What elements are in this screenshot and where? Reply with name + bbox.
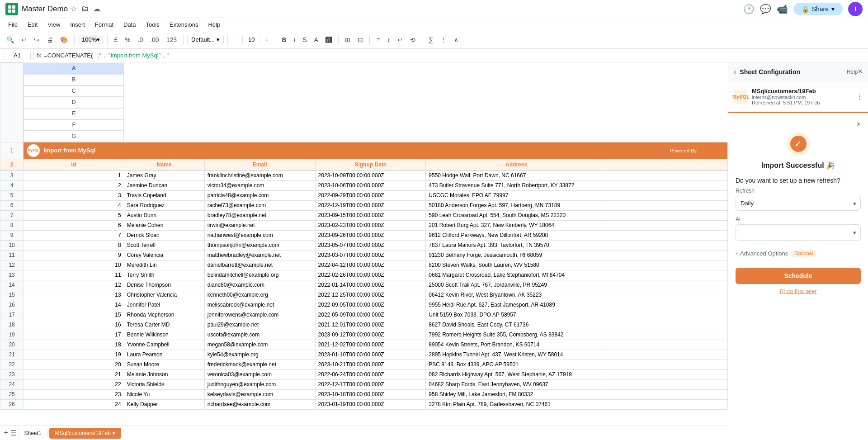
redo-button[interactable]: ↪ bbox=[31, 34, 42, 45]
corner-cell bbox=[0, 63, 24, 142]
row-num-6[interactable]: 6 bbox=[0, 200, 24, 210]
bold-button[interactable]: B bbox=[279, 34, 289, 45]
advanced-options-row[interactable]: › Advanced Options Optional bbox=[736, 248, 861, 259]
row-num-17[interactable]: 17 bbox=[0, 310, 24, 320]
paintformat-button[interactable]: 🎨 bbox=[57, 34, 71, 45]
row-num-18[interactable]: 18 bbox=[0, 320, 24, 330]
at-time-select[interactable] bbox=[736, 224, 861, 241]
row-num-13[interactable]: 13 bbox=[0, 270, 24, 280]
cell-address: Unit 5159 Box 7033, DPO AP 58957 bbox=[426, 310, 607, 320]
add-sheet-button[interactable]: + bbox=[4, 428, 9, 438]
row-num-25[interactable]: 25 bbox=[0, 389, 24, 399]
sheet1-tab[interactable]: Sheet1 bbox=[19, 428, 47, 439]
row-num-22[interactable]: 22 bbox=[0, 360, 24, 369]
panel-close-button[interactable]: × bbox=[858, 67, 863, 76]
text-color-button[interactable]: A bbox=[311, 34, 321, 45]
config-info: MSql/customers/19Feb interns@nowstackit.… bbox=[752, 88, 853, 105]
panel-back-button[interactable]: ‹ bbox=[734, 68, 736, 76]
cell-email: victor34@example.com bbox=[204, 180, 315, 190]
row-num-26[interactable]: 26 bbox=[0, 399, 24, 409]
sheet2-tab[interactable]: MSql/customers/19Feb ▾ bbox=[49, 428, 121, 439]
row-num-10[interactable]: 10 bbox=[0, 240, 24, 250]
more-button[interactable]: ⋮ bbox=[438, 34, 449, 45]
col-header-a[interactable]: A bbox=[24, 63, 124, 74]
schedule-button[interactable]: Schedule bbox=[736, 268, 861, 284]
wrap-button[interactable]: ↵ bbox=[395, 34, 406, 45]
row-num-23[interactable]: 23 bbox=[0, 369, 24, 379]
format-number-button[interactable]: 123 bbox=[164, 34, 179, 45]
row-num-2[interactable]: 2 bbox=[0, 159, 24, 170]
fill-color-button[interactable]: 🅰 bbox=[323, 34, 335, 45]
row-num-4[interactable]: 4 bbox=[0, 180, 24, 190]
row-num-24[interactable]: 24 bbox=[0, 379, 24, 389]
history-icon[interactable]: 🕐 bbox=[743, 4, 755, 14]
collapse-button[interactable]: ∧ bbox=[451, 34, 461, 45]
row-num-12[interactable]: 12 bbox=[0, 260, 24, 270]
zoom-selector[interactable]: 100% ▾ bbox=[78, 35, 104, 44]
percent-button[interactable]: % bbox=[122, 34, 133, 45]
success-close-button[interactable]: × bbox=[857, 120, 861, 128]
refresh-select[interactable]: Daily Hourly Weekly Monthly bbox=[736, 196, 861, 211]
comment-icon[interactable]: 💬 bbox=[760, 4, 771, 14]
col-header-g[interactable]: G bbox=[24, 131, 124, 142]
row-num-19[interactable]: 19 bbox=[0, 330, 24, 340]
font-size-inc-button[interactable]: + bbox=[262, 34, 271, 45]
row-num-5[interactable]: 5 bbox=[0, 190, 24, 200]
search-button[interactable]: 🔍 bbox=[4, 34, 17, 45]
row-num-15[interactable]: 15 bbox=[0, 290, 24, 300]
print-button[interactable]: 🖨 bbox=[44, 34, 56, 45]
menu-insert[interactable]: Insert bbox=[66, 20, 90, 29]
row-num-20[interactable]: 20 bbox=[0, 340, 24, 350]
decimal-dec-button[interactable]: .0 bbox=[135, 34, 146, 45]
currency-button[interactable]: £ bbox=[111, 34, 120, 45]
row-num-21[interactable]: 21 bbox=[0, 350, 24, 360]
cell-address: 7837 Laura Manors Apt. 393, Taylorfurt, … bbox=[426, 240, 607, 250]
panel-help-button[interactable]: Help bbox=[847, 69, 858, 75]
col-header-f[interactable]: F bbox=[24, 119, 124, 131]
row-num-14[interactable]: 14 bbox=[0, 280, 24, 290]
merge-button[interactable]: ⊟ bbox=[355, 34, 366, 45]
col-header-d[interactable]: D bbox=[24, 97, 124, 108]
col-header-c[interactable]: C bbox=[24, 85, 124, 97]
row-num-9[interactable]: 9 bbox=[0, 230, 24, 240]
folder-icon[interactable]: 🗂 bbox=[81, 5, 89, 13]
row-num-1[interactable]: 1 bbox=[0, 142, 24, 159]
row-num-3[interactable]: 3 bbox=[0, 170, 24, 180]
decimal-inc-button[interactable]: .00 bbox=[147, 34, 161, 45]
cloud-icon[interactable]: ☁ bbox=[93, 5, 100, 13]
undo-button[interactable]: ↩ bbox=[19, 34, 29, 45]
font-size-input[interactable]: 10 bbox=[242, 35, 260, 44]
menu-help[interactable]: Help bbox=[203, 20, 225, 29]
share-button[interactable]: 🔒 Share ▾ bbox=[793, 3, 843, 15]
cell-f bbox=[607, 200, 667, 210]
valign-button[interactable]: ↕ bbox=[384, 34, 393, 45]
menu-view[interactable]: View bbox=[43, 20, 65, 29]
row-num-16[interactable]: 16 bbox=[0, 300, 24, 310]
menu-extensions[interactable]: Extensions bbox=[165, 20, 203, 29]
col-header-e[interactable]: E bbox=[24, 108, 124, 119]
later-link[interactable]: I'll do this later bbox=[736, 288, 861, 294]
function-button[interactable]: ∑ bbox=[426, 34, 436, 45]
data-area[interactable]: A B C D E F G 1 MySQL bbox=[0, 62, 728, 426]
menu-data[interactable]: Data bbox=[119, 20, 140, 29]
font-selector[interactable]: Default... ▾ bbox=[187, 35, 224, 44]
config-more-button[interactable]: ⋮ bbox=[857, 93, 863, 100]
sheets-menu-button[interactable]: ☰ bbox=[10, 429, 17, 437]
italic-button[interactable]: I bbox=[291, 34, 298, 45]
menu-file[interactable]: File bbox=[4, 20, 22, 29]
align-button[interactable]: ≡ bbox=[373, 34, 382, 45]
row-num-8[interactable]: 8 bbox=[0, 220, 24, 230]
row-num-11[interactable]: 11 bbox=[0, 250, 24, 260]
cell-reference[interactable]: A1 bbox=[4, 51, 31, 60]
strikethrough-button[interactable]: S bbox=[300, 34, 309, 45]
menu-tools[interactable]: Tools bbox=[141, 20, 164, 29]
meet-icon[interactable]: 📹 bbox=[777, 4, 788, 14]
font-size-dec-button[interactable]: − bbox=[231, 34, 241, 45]
col-header-b[interactable]: B bbox=[24, 74, 124, 85]
menu-edit[interactable]: Edit bbox=[23, 20, 42, 29]
rotate-button[interactable]: ⟲ bbox=[407, 34, 418, 45]
star-icon[interactable]: ☆ bbox=[71, 5, 77, 13]
menu-format[interactable]: Format bbox=[90, 20, 118, 29]
row-num-7[interactable]: 7 bbox=[0, 210, 24, 220]
borders-button[interactable]: ⊞ bbox=[342, 34, 353, 45]
